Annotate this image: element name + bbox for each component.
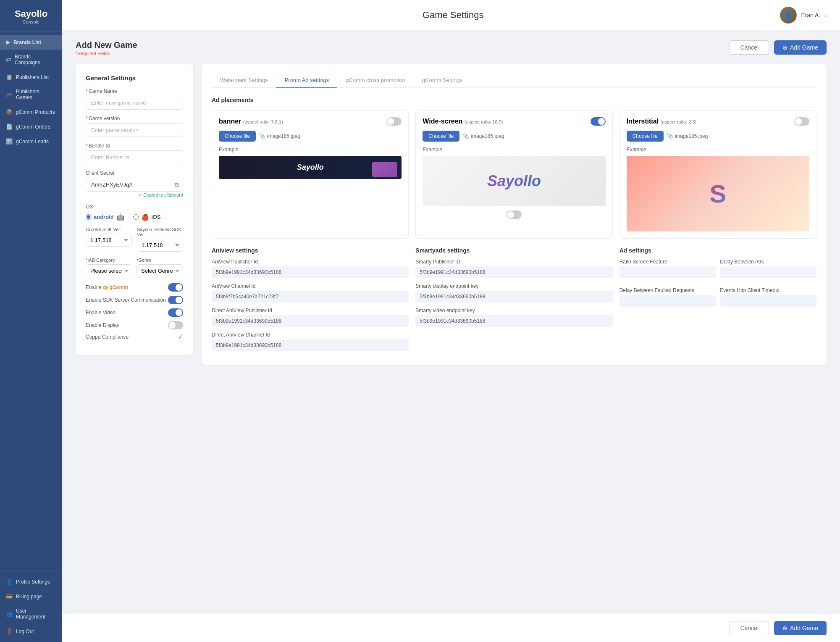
toggle-slider xyxy=(168,321,183,329)
cancel-button-top[interactable]: Cancel xyxy=(730,40,769,55)
aniview-publisher-id-input[interactable] xyxy=(212,266,409,278)
ad-placement-widescreen: Wide-screen (aspect ratio: 16:9) xyxy=(415,110,612,239)
header-user[interactable]: 👤 Eran A. › xyxy=(780,7,827,24)
smarty-publisher-id-input[interactable] xyxy=(415,266,612,278)
widescreen-toggle[interactable] xyxy=(591,117,606,126)
widescreen-preview: Sayollo xyxy=(423,156,605,206)
enable-video-toggle[interactable] xyxy=(168,308,183,317)
add-game-button-bottom[interactable]: ⊕ Add Game xyxy=(774,621,827,635)
game-version-input[interactable] xyxy=(86,123,183,137)
sidebar-item-gcomm-orders[interactable]: 📄 gComm Orders xyxy=(0,119,62,134)
android-radio[interactable] xyxy=(86,214,91,220)
game-name-input[interactable] xyxy=(86,96,183,110)
toggle-slider xyxy=(168,308,183,317)
events-http-input[interactable] xyxy=(720,295,816,307)
client-secret-input[interactable] xyxy=(86,178,183,192)
sidebar-item-billing[interactable]: 💳 Billing page xyxy=(0,589,62,604)
genre-select[interactable]: Select Genre xyxy=(136,264,183,277)
sidebar-item-publishers-games[interactable]: 🎮 Publishers Games xyxy=(0,84,62,105)
sidebar-item-label: User Management xyxy=(16,608,56,620)
android-icon: 🤖 xyxy=(116,213,125,221)
sidebar-item-label: Publishers Games xyxy=(16,89,56,100)
game-version-label: Game version xyxy=(86,116,183,121)
ratio-screen-input[interactable] xyxy=(620,266,716,278)
sidebar-item-publishers-list[interactable]: 📋 Publishers List xyxy=(0,70,62,84)
sidebar-item-logout[interactable]: 🚪 Log Out xyxy=(0,624,62,639)
smarty-video-key-input[interactable] xyxy=(415,315,612,327)
ad-placements-grid: banner (aspect ratio: 7.8:1) xyxy=(212,110,816,239)
copy-icon[interactable]: ⧉ xyxy=(175,181,179,188)
interstitial-example-label: Example xyxy=(627,147,809,153)
widescreen-preview-image: Sayollo xyxy=(423,156,605,206)
sidebar-item-brands-campaigns[interactable]: 🏷 Brands Campaigns xyxy=(0,50,62,70)
ratio-screen-field: Ratio Screen Feature xyxy=(620,259,716,278)
logout-icon: 🚪 xyxy=(6,628,13,634)
enable-display-toggle[interactable] xyxy=(168,321,183,329)
ios-radio[interactable] xyxy=(133,214,139,220)
user-name: Eran A. xyxy=(801,12,820,18)
smarty-publisher-id-field: Smarty Publisher ID xyxy=(415,259,612,278)
widescreen-choose-file-button[interactable]: Choose file xyxy=(423,131,459,142)
sidebar-item-label: Publishers List xyxy=(16,74,49,80)
ios-option[interactable]: 🍎 iOS xyxy=(133,213,161,221)
sidebar-item-gcomm-leads[interactable]: 📊 gComm Leads xyxy=(0,134,62,149)
placement-name-text: Interstitial xyxy=(627,118,659,125)
direct-aniview-channel-label: Direct AniView Channel Id xyxy=(212,332,409,338)
aniview-channel-id-input[interactable] xyxy=(212,291,409,303)
tab-promo-ad[interactable]: Promo Ad settings xyxy=(276,73,338,88)
interstitial-choose-file-button[interactable]: Choose file xyxy=(627,131,664,142)
tab-gcomm-settings[interactable]: gComm Settings xyxy=(414,73,471,88)
sidebar-item-gcomm-products[interactable]: 📦 gComm Products xyxy=(0,105,62,119)
direct-aniview-channel-input[interactable] xyxy=(212,339,409,351)
enable-display-row: Enable Display xyxy=(86,321,183,329)
placement-name-widescreen: Wide-screen (aspect ratio: 16:9) xyxy=(423,118,503,125)
enable-video-label: Enable Video xyxy=(86,310,116,316)
sdk-sayollo-group: Sayollo Installed SDK Ver. 1.17.518 xyxy=(137,227,183,252)
enable-gcomm-toggle[interactable] xyxy=(168,283,183,292)
direct-aniview-publisher-input[interactable] xyxy=(212,315,409,327)
logo-sub: Console xyxy=(7,19,55,24)
delay-faulted-input[interactable] xyxy=(620,295,716,307)
aniview-channel-id-field: AniView Channel Id xyxy=(212,283,409,303)
coppa-checkmark[interactable]: ✓ xyxy=(178,334,183,340)
iab-category-select[interactable]: Please select Category xyxy=(86,264,132,277)
sdk-row: Current SDK Ver. 1.17.518 Sayollo Instal… xyxy=(86,227,183,252)
banner-sayollo-text: Sayollo xyxy=(297,163,324,172)
enable-sdk-toggle[interactable] xyxy=(168,296,183,304)
banner-toggle[interactable] xyxy=(386,117,402,126)
android-option[interactable]: android 🤖 xyxy=(86,213,125,221)
sidebar-item-user-management[interactable]: 👥 User Management xyxy=(0,604,62,624)
smarty-display-key-input[interactable] xyxy=(415,291,612,303)
sidebar-bottom: 👤 Profile Settings 💳 Billing page 👥 User… xyxy=(0,571,62,642)
direct-aniview-channel-field: Direct AniView Channel Id xyxy=(212,332,409,351)
ad-settings: Ad settings Ratio Screen Feature Delay B… xyxy=(620,247,816,356)
sidebar-item-profile-settings[interactable]: 👤 Profile Settings xyxy=(0,574,62,589)
delay-between-ads-input[interactable] xyxy=(720,266,816,278)
add-game-button-top[interactable]: ⊕ Add Game xyxy=(774,40,827,55)
enable-sdk-row: Enable SDK Server Communication xyxy=(86,296,183,304)
cancel-button-bottom[interactable]: Cancel xyxy=(730,621,769,635)
placement-name-interstitial: Interstitial (aspect ratio: 2:3) xyxy=(627,118,697,125)
delay-between-ads-field: Delay Between Ads xyxy=(720,259,816,278)
coppa-label: Coppa Compliance xyxy=(86,334,129,340)
ratio-screen-label: Ratio Screen Feature xyxy=(620,259,716,265)
pdf-icon: 📎 xyxy=(463,133,469,139)
bundle-id-input[interactable] xyxy=(86,150,183,164)
toggle-slider xyxy=(794,117,809,126)
banner-choose-file-button[interactable]: Choose file xyxy=(219,131,256,142)
placement-name-text: banner xyxy=(219,118,241,125)
interstitial-toggle[interactable] xyxy=(794,117,809,126)
sdk-sayollo-select[interactable]: 1.17.518 xyxy=(137,239,183,252)
sidebar-item-brands-list[interactable]: ▶ Brands List xyxy=(0,35,62,50)
box-icon: 📦 xyxy=(6,109,13,115)
widescreen-bottom-toggle-input[interactable] xyxy=(507,210,522,219)
page-header: Add New Game *Required Fields Cancel ⊕ A… xyxy=(76,40,827,56)
sidebar-item-label: gComm Leads xyxy=(16,139,49,145)
sidebar: Sayollo Console ▶ Brands List 🏷 Brands C… xyxy=(0,0,62,642)
enable-gcomm-row: Enable 🛍gComm xyxy=(86,283,183,292)
delay-faulted-label: Delay Between Faulted Requests xyxy=(620,287,716,293)
tab-watermark[interactable]: Watermark Settings xyxy=(212,73,276,88)
sdk-current-select[interactable]: 1.17.518 xyxy=(86,234,132,247)
enable-video-row: Enable Video xyxy=(86,308,183,317)
tab-gcomm-cross[interactable]: gComm cross promotion xyxy=(337,73,414,88)
